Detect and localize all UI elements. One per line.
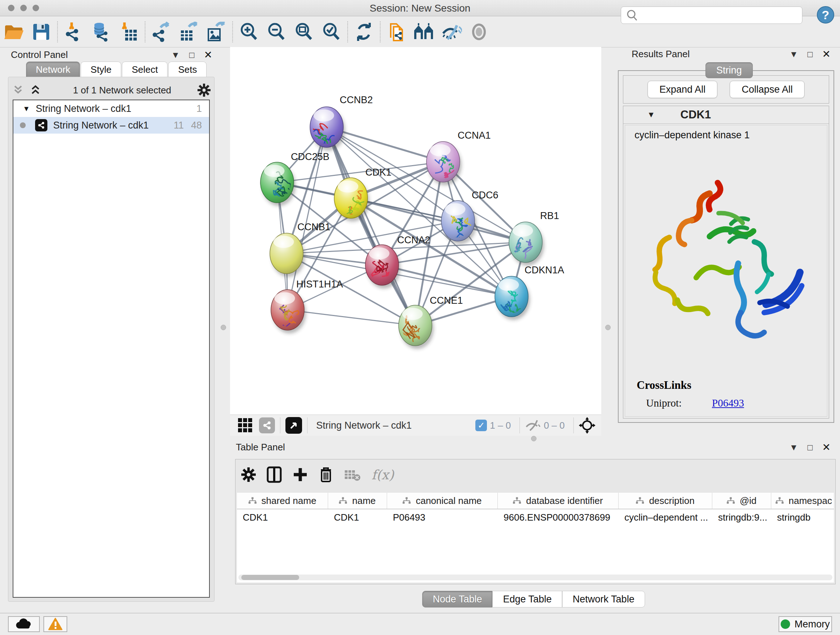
tab-style[interactable]: Style <box>81 62 121 77</box>
clone-network-icon <box>386 22 407 42</box>
results-panel-float-icon[interactable]: □ <box>807 50 813 59</box>
network-selection-status: 1 of 1 Network selected <box>47 85 197 96</box>
tab-edge-table[interactable]: Edge Table <box>493 591 562 608</box>
table-settings-gear-icon[interactable] <box>241 467 256 482</box>
warnings-button[interactable] <box>43 616 67 632</box>
import-network-database-button[interactable] <box>88 20 115 43</box>
control-panel-float-icon[interactable]: □ <box>189 51 195 59</box>
collapse-all-button[interactable]: Collapse All <box>729 81 805 98</box>
hide-selected-button[interactable] <box>438 20 465 43</box>
zoom-in-button[interactable] <box>235 20 263 43</box>
column-header--id[interactable]: @id <box>712 493 771 509</box>
open-session-button[interactable] <box>0 20 27 43</box>
first-neighbors-button[interactable] <box>410 20 438 43</box>
edge-CCNB2-CCNE1[interactable] <box>327 127 415 325</box>
gene-entry-header[interactable]: ▼ CDK1 <box>623 106 829 124</box>
search-box <box>621 6 802 24</box>
column-header-description[interactable]: description <box>619 493 712 509</box>
node-CDC25B[interactable]: CDC25B <box>261 151 330 206</box>
network-row[interactable]: String Network – cdk1 11 48 <box>13 117 209 134</box>
create-column-icon[interactable] <box>293 467 308 482</box>
node-CDKN1A[interactable]: CDKN1A <box>495 264 564 320</box>
edge-HIST1H1A-CCNE1[interactable] <box>287 310 415 325</box>
export-network-icon <box>151 22 172 42</box>
control-panel-menu-icon[interactable]: ▼ <box>171 51 180 59</box>
column-header-name[interactable]: name <box>328 493 387 509</box>
import-database-icon <box>91 22 111 42</box>
edge-CDK1-RB1[interactable] <box>351 198 526 242</box>
crosslink-link[interactable]: P06493 <box>712 397 744 409</box>
column-header-namespac[interactable]: namespac <box>771 493 834 509</box>
node-table: shared namenamecanonical namedatabase id… <box>237 493 834 583</box>
network-node-count: 11 <box>174 120 184 131</box>
left-splitter-handle[interactable] <box>221 325 226 330</box>
table-toolbar: f(x) <box>241 463 394 486</box>
tab-node-table[interactable]: Node Table <box>422 591 493 608</box>
gene-collapse-icon[interactable]: ▼ <box>647 110 655 119</box>
tab-string[interactable]: String <box>706 62 753 78</box>
export-image-button[interactable] <box>202 20 230 43</box>
birds-eye-view-button[interactable] <box>579 417 595 434</box>
tab-network-table[interactable]: Network Table <box>562 591 645 608</box>
zoom-out-button[interactable] <box>263 20 290 43</box>
table-panel-menu-icon[interactable]: ▼ <box>789 443 798 452</box>
search-icon <box>625 9 641 22</box>
clone-network-button[interactable] <box>383 20 410 43</box>
table-cell: stringdb <box>771 509 834 526</box>
control-panel-close-icon[interactable]: ✕ <box>204 50 212 60</box>
tab-select[interactable]: Select <box>122 62 167 77</box>
show-all-button[interactable] <box>465 20 493 43</box>
node-RB1[interactable]: RB1 <box>509 211 559 266</box>
zoom-fit-button[interactable] <box>290 20 317 43</box>
delete-column-trash-icon[interactable] <box>319 466 333 483</box>
control-panel-tabs: NetworkStyleSelectSets <box>26 62 207 77</box>
export-network-button[interactable] <box>148 20 175 43</box>
node-CCNA2[interactable]: CCNA2 <box>365 234 431 288</box>
selected-indicator-checkbox[interactable]: ✓ <box>475 420 487 431</box>
expand-all-button[interactable]: Expand All <box>647 81 718 98</box>
results-panel-close-icon[interactable]: ✕ <box>822 49 831 59</box>
tab-sets[interactable]: Sets <box>168 62 207 77</box>
collapse-all-networks-icon[interactable] <box>12 85 24 96</box>
column-header-canonical-name[interactable]: canonical name <box>387 493 498 509</box>
detach-view-button[interactable] <box>286 417 302 434</box>
network-edge-count: 48 <box>191 120 202 131</box>
network-collection-row[interactable]: ▼ String Network – cdk1 1 <box>13 100 209 117</box>
node-CCNB2[interactable]: CCNB2 <box>307 95 373 150</box>
table-horizontal-scrollbar[interactable] <box>238 575 832 580</box>
bottom-splitter-handle[interactable] <box>531 436 537 441</box>
expand-all-networks-icon[interactable] <box>29 85 42 96</box>
export-table-icon <box>179 22 199 42</box>
grid-view-button[interactable] <box>237 417 253 433</box>
scrollbar-thumb[interactable] <box>241 575 299 580</box>
node-HIST1H1A[interactable]: HIST1H1A <box>271 279 343 333</box>
import-table-button[interactable] <box>115 20 142 43</box>
node-CCNE1[interactable]: CCNE1 <box>399 295 463 349</box>
app-window: Session: New Session <box>0 0 840 635</box>
tab-network[interactable]: Network <box>26 62 80 77</box>
memory-button[interactable]: Memory <box>778 616 832 632</box>
help-button[interactable]: ? <box>817 6 834 24</box>
save-session-button[interactable] <box>27 20 55 43</box>
node-label-CCNB1: CCNB1 <box>297 222 331 233</box>
right-splitter-handle[interactable] <box>605 325 611 330</box>
apply-layout-button[interactable] <box>350 20 378 43</box>
import-network-file-button[interactable] <box>60 20 88 43</box>
network-options-gear-icon[interactable] <box>197 84 210 97</box>
export-table-button[interactable] <box>175 20 202 43</box>
show-columns-icon[interactable] <box>267 466 282 483</box>
results-panel-menu-icon[interactable]: ▼ <box>789 50 798 59</box>
zoom-selected-button[interactable] <box>317 20 345 43</box>
control-panel-title: Control Panel <box>11 49 68 60</box>
cloud-status-button[interactable] <box>8 616 40 632</box>
column-header-shared-name[interactable]: shared name <box>237 493 328 509</box>
network-view-canvas[interactable]: CCNB2CCNA1CDC25BCDK1CDC6RB1CCNB1CCNA2CDK… <box>230 47 601 415</box>
crosslink-link[interactable]: P06493 <box>712 415 744 417</box>
search-input[interactable] <box>641 8 802 23</box>
table-row[interactable]: CDK1CDK1P064939606.ENSP00000378699cyclin… <box>237 509 834 526</box>
table-panel-close-icon[interactable]: ✕ <box>822 442 831 453</box>
collection-expand-icon[interactable]: ▼ <box>23 105 30 113</box>
table-panel-float-icon[interactable]: □ <box>807 443 813 452</box>
network-overview-button[interactable] <box>259 417 275 433</box>
column-header-database-identifier[interactable]: database identifier <box>498 493 619 509</box>
